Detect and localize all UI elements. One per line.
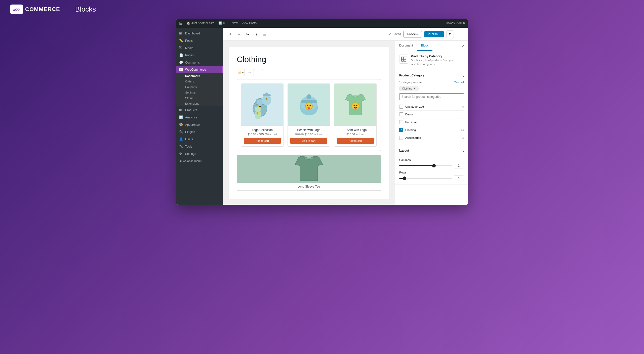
product-card: Logo Collection $18.00 – $45.00 incl. va… bbox=[241, 83, 284, 147]
sidebar-woo-dashboard[interactable]: Dashboard bbox=[176, 73, 223, 79]
block-editor: Clothing 📁 ✏ ⋮ bbox=[223, 41, 395, 205]
sidebar-item-tools[interactable]: 🔧 Tools bbox=[176, 143, 223, 150]
product-name-1: Logo Collection bbox=[244, 128, 281, 132]
svg-point-24 bbox=[307, 105, 308, 106]
category-tag-remove[interactable]: ✕ bbox=[413, 87, 416, 90]
top-header: WOO COMMERCE Blocks bbox=[0, 0, 644, 19]
block-toolbar: 📁 ✏ ⋮ bbox=[237, 69, 381, 76]
sidebar-woo-orders[interactable]: Orders bbox=[176, 79, 223, 84]
add-to-cart-1[interactable]: Add to cart bbox=[244, 138, 281, 144]
adminbar-view-posts[interactable]: View Posts bbox=[242, 21, 257, 25]
sidebar-item-plugins[interactable]: 🔌 Plugins bbox=[176, 128, 223, 136]
adminbar-howdy: Howdy, Admin bbox=[446, 21, 465, 25]
category-row-accessories: Accessories 5 bbox=[399, 134, 464, 142]
product-info-2: Beanie with Logo $20.00$18.00 incl. vat … bbox=[288, 126, 330, 146]
settings-icon: ⚙ bbox=[179, 152, 183, 156]
columns-label: Columns bbox=[399, 158, 464, 161]
list-view-button[interactable]: ☰ bbox=[261, 30, 268, 38]
adminbar-site[interactable]: 🏠 Just Another Site bbox=[186, 21, 214, 25]
columns-value-input[interactable] bbox=[454, 163, 464, 168]
sidebar-item-comments[interactable]: 💬 Comments bbox=[176, 59, 223, 66]
product-category-header[interactable]: Product Category bbox=[395, 70, 468, 81]
sidebar-item-pages[interactable]: 📄 Pages bbox=[176, 52, 223, 59]
sidebar-item-products[interactable]: 🛍 Products bbox=[176, 106, 223, 114]
sidebar-woo-extensions[interactable]: Extensions bbox=[176, 101, 223, 106]
settings-button[interactable]: ⚙ bbox=[446, 30, 454, 38]
cat-checkbox-decor[interactable] bbox=[399, 112, 403, 116]
cat-count-decor: 1 bbox=[462, 113, 464, 116]
add-block-button[interactable]: ＋ bbox=[227, 30, 234, 38]
woo-logo-icon: WOO bbox=[10, 5, 23, 14]
sidebar-woo-coupons[interactable]: Coupons bbox=[176, 84, 223, 90]
block-type-button[interactable]: 📁 bbox=[237, 69, 245, 76]
preview-button[interactable]: Preview bbox=[404, 31, 422, 37]
cat-checkbox-clothing[interactable] bbox=[399, 128, 403, 132]
undo-button[interactable]: ↩ bbox=[235, 30, 243, 38]
sidebar-woo-status[interactable]: Status bbox=[176, 95, 223, 101]
sidebar-collapse[interactable]: ◀ Colapse menu bbox=[176, 157, 223, 164]
sidebar-item-dashboard[interactable]: ⊞ Dashboard bbox=[176, 30, 223, 37]
product-info-3: T-Shirt with Logo $18.00 incl. vat Add t… bbox=[334, 126, 376, 146]
sidebar-woo-submenu: Dashboard Orders Coupons Settings Status… bbox=[176, 73, 223, 106]
columns-slider-fill bbox=[399, 165, 434, 166]
add-to-cart-2[interactable]: Add to cart bbox=[290, 138, 327, 144]
block-edit-button[interactable]: ✏ bbox=[246, 69, 254, 76]
clear-all-link[interactable]: Clear all bbox=[454, 81, 464, 84]
toolbar-right: ✓ Saved Preview Publish... ⚙ ⋮ bbox=[389, 30, 464, 38]
wp-editor: ＋ ↩ ↪ ℹ ☰ ✓ Saved Preview Publish... ⚙ bbox=[223, 28, 468, 205]
cat-count-accessories: 5 bbox=[462, 136, 464, 139]
sidebar-item-woocommerce[interactable]: W WooCommerce bbox=[176, 66, 223, 73]
info-button[interactable]: ℹ bbox=[252, 30, 260, 38]
adminbar-updates[interactable]: 🔄 0 bbox=[218, 21, 225, 25]
cat-checkbox-accessories[interactable] bbox=[399, 136, 403, 140]
panel-block-info: Products by Category Display a grid of p… bbox=[395, 51, 468, 70]
wp-icon: ⊞ bbox=[179, 21, 182, 26]
cat-count-furniture: 1 bbox=[462, 121, 464, 124]
category-selected-text: 1 category selected bbox=[399, 81, 423, 84]
product-name-2: Beanie with Logo bbox=[290, 128, 327, 132]
redo-button[interactable]: ↪ bbox=[244, 30, 251, 38]
sidebar-woo-settings[interactable]: Settings bbox=[176, 90, 223, 95]
product-category-chevron bbox=[463, 73, 464, 78]
svg-point-6 bbox=[260, 106, 261, 107]
cat-checkbox-furniture[interactable] bbox=[399, 120, 403, 124]
panel-section-layout: Layout Columns bbox=[395, 145, 468, 185]
tab-document[interactable]: Document bbox=[395, 41, 417, 51]
sidebar-item-appearance[interactable]: 🎨 Apearence bbox=[176, 121, 223, 128]
svg-point-26 bbox=[308, 107, 310, 109]
page-title-band: Blocks bbox=[75, 5, 96, 13]
cat-checkbox-uncategorized[interactable] bbox=[399, 105, 403, 109]
publish-button[interactable]: Publish... bbox=[424, 31, 444, 37]
sidebar-menu: ⊞ Dashboard ✏️ Posts 🖼 Media 📄 Pages bbox=[176, 28, 223, 164]
block-more-button[interactable]: ⋮ bbox=[255, 69, 263, 76]
tab-block[interactable]: Block bbox=[417, 41, 432, 51]
users-icon: 👤 bbox=[179, 137, 183, 141]
product-image-3 bbox=[334, 84, 376, 126]
rows-slider-thumb[interactable] bbox=[403, 176, 406, 180]
tools-icon: 🔧 bbox=[179, 145, 183, 148]
product-price-1: $18.00 – $45.00 incl. vat bbox=[244, 133, 281, 136]
add-to-cart-3[interactable]: Add to cart bbox=[337, 138, 374, 144]
layout-header[interactable]: Layout bbox=[395, 145, 468, 156]
page-heading: Clothing bbox=[237, 55, 381, 64]
cat-count-clothing: 14 bbox=[461, 128, 464, 131]
sidebar-item-media[interactable]: 🖼 Media bbox=[176, 44, 223, 52]
adminbar-new[interactable]: + New bbox=[229, 21, 237, 25]
product-price-3: $18.00 incl. vat bbox=[337, 133, 374, 136]
sidebar-item-users[interactable]: 👤 Users bbox=[176, 136, 223, 143]
home-icon: 🏠 bbox=[186, 21, 190, 25]
rows-value-input[interactable] bbox=[454, 175, 464, 181]
panel-close-button[interactable]: ✕ bbox=[459, 42, 468, 50]
more-button[interactable]: ⋮ bbox=[456, 30, 464, 38]
product-price-2: $20.00$18.00 incl. vat bbox=[290, 133, 327, 136]
sidebar-item-settings[interactable]: ⚙ Settings bbox=[176, 150, 223, 157]
editor-toolbar: ＋ ↩ ↪ ℹ ☰ ✓ Saved Preview Publish... ⚙ bbox=[223, 28, 468, 41]
sidebar-item-analytics[interactable]: 📊 Analytics bbox=[176, 114, 223, 121]
wp-content: ⊞ Dashboard ✏️ Posts 🖼 Media 📄 Pages bbox=[176, 28, 468, 205]
columns-slider-thumb[interactable] bbox=[432, 164, 436, 167]
sidebar-item-posts[interactable]: ✏️ Posts bbox=[176, 37, 223, 44]
product-category-content: 1 category selected Clear all Clothing ✕ bbox=[395, 81, 468, 145]
comments-icon: 💬 bbox=[179, 61, 183, 64]
search-categories-input[interactable] bbox=[399, 93, 464, 100]
layout-chevron bbox=[463, 148, 464, 153]
